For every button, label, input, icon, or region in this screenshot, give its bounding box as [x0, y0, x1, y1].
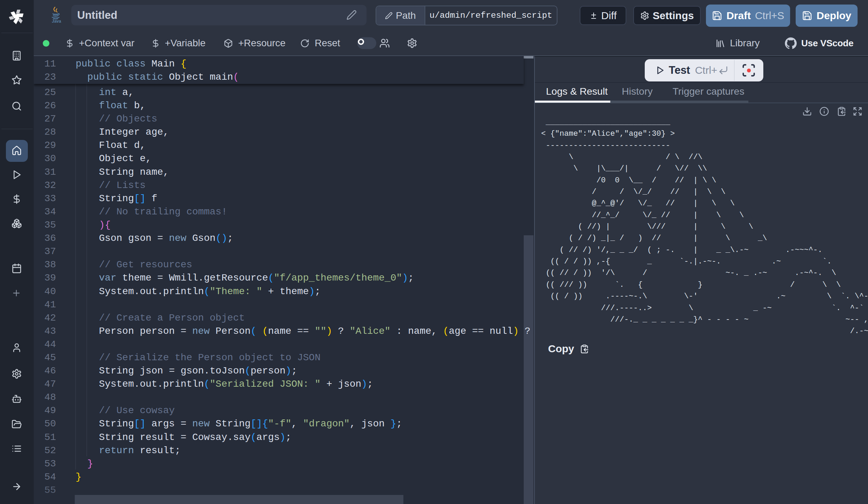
- svg-text:Java: Java: [52, 19, 61, 23]
